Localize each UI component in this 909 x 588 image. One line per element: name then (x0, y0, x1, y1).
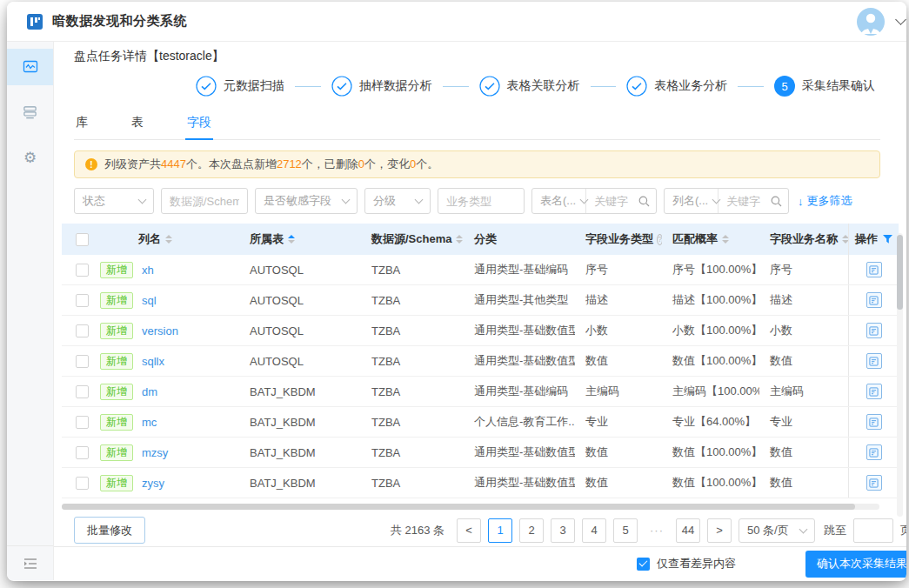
search-icon[interactable] (771, 196, 782, 207)
sensitive-field-select[interactable]: 是否敏感字段 (255, 188, 358, 214)
edit-record-button[interactable] (866, 475, 882, 491)
table-name-field-select[interactable]: 表名(... (532, 189, 586, 213)
collapse-sidebar-button[interactable] (7, 545, 53, 580)
sort-icon[interactable] (722, 235, 729, 244)
column-name-link[interactable]: sqllx (142, 355, 164, 368)
table-row: 新增 version AUTOSQL TZBA 通用类型-基础数值型 小数 小数… (62, 316, 899, 346)
user-area (857, 8, 905, 36)
grade-select[interactable]: 分级 (364, 188, 431, 214)
tab-label: 表 (131, 115, 144, 129)
column-name-link[interactable]: sql (142, 294, 157, 307)
column-name-link[interactable]: dm (142, 385, 157, 398)
column-name-link[interactable]: mzsy (142, 446, 168, 459)
tab-item[interactable]: 表 (130, 110, 145, 139)
datasource-input[interactable] (161, 188, 248, 214)
status-select[interactable]: 状态 (74, 188, 154, 214)
step-connector (738, 86, 764, 87)
sidebar-item-settings[interactable]: ⚙ (7, 139, 53, 176)
page-size-select[interactable]: 50 条/页 (739, 518, 815, 543)
confirm-results-button[interactable]: 确认本次采集结果 (805, 551, 906, 578)
column-header-schema: 数据源/Schema (371, 231, 451, 247)
edit-record-button[interactable] (866, 323, 882, 338)
search-icon[interactable] (638, 196, 650, 207)
owning-table-cell: BATJ_KBDM (239, 385, 361, 398)
category-cell: 通用类型-基础数值型 (464, 444, 575, 460)
row-checkbox[interactable] (76, 416, 89, 429)
page-number-button[interactable]: 4 (582, 518, 606, 543)
tab-item[interactable]: 库 (74, 110, 90, 139)
column-name-field-select[interactable]: 列名(... (665, 189, 719, 213)
horizontal-scrollbar[interactable] (62, 504, 879, 510)
row-checkbox[interactable] (76, 294, 89, 307)
page-title: 盘点任务详情【testoracle】 (74, 49, 880, 64)
column-name-link[interactable]: version (142, 324, 178, 337)
row-checkbox[interactable] (76, 264, 89, 277)
batch-edit-button[interactable]: 批量修改 (74, 517, 145, 544)
column-name-link[interactable]: mc (142, 416, 157, 429)
row-checkbox[interactable] (76, 477, 89, 490)
sidebar-item-assets[interactable] (7, 94, 53, 130)
table-row: 新增 dm BATJ_KBDM TZBA 通用类型-基础编码 主编码 主编码【1… (62, 377, 899, 407)
row-checkbox[interactable] (76, 446, 89, 459)
column-name-link[interactable]: xh (142, 264, 154, 277)
sort-icon[interactable] (842, 235, 848, 244)
discovery-scan-icon (23, 59, 38, 75)
sort-icon[interactable] (165, 235, 172, 244)
chevron-down-icon[interactable] (895, 14, 906, 25)
owning-table-cell: BATJ_KBDM (239, 477, 361, 490)
chevron-down-icon (138, 196, 147, 204)
checkbox-checked-icon (637, 558, 650, 571)
horizontal-scrollbar-thumb[interactable] (62, 504, 855, 510)
sidebar-item-discovery[interactable] (7, 49, 53, 85)
page-number-button[interactable]: 3 (551, 518, 575, 543)
vertical-scrollbar[interactable] (897, 233, 903, 517)
page-number-button[interactable]: 1 (488, 518, 512, 543)
status-badge-new: 新增 (100, 292, 133, 309)
page-number-button[interactable]: 2 (519, 518, 544, 543)
sidebar: ⚙ (7, 42, 54, 580)
column-header-table: 所属表 (250, 231, 284, 247)
page-number-button[interactable]: ··· (645, 518, 669, 543)
filter-funnel-icon[interactable] (883, 235, 892, 244)
row-checkbox[interactable] (76, 385, 89, 398)
select-all-checkbox[interactable] (76, 233, 89, 246)
biz-name-cell: 数值 (759, 444, 848, 460)
page-number-button[interactable]: 5 (613, 518, 638, 543)
prev-page-button[interactable]: < (457, 518, 481, 543)
table-row: 新增 mzsy BATJ_KBDM TZBA 通用类型-基础数值型 数值 数值【… (62, 438, 899, 468)
database-icon (23, 105, 37, 120)
sort-icon[interactable] (456, 235, 463, 244)
biz-type-cell: 数值 (575, 444, 662, 460)
column-name-link[interactable]: zysy (142, 477, 164, 490)
next-page-button[interactable]: > (707, 518, 732, 543)
deleted-count: 0 (358, 157, 364, 170)
edit-record-button[interactable] (866, 384, 882, 399)
edit-record-button[interactable] (866, 444, 882, 460)
status-badge-new: 新增 (100, 384, 133, 400)
table-keyword-input[interactable] (586, 195, 638, 208)
column-keyword-input[interactable] (719, 195, 771, 208)
edit-record-button[interactable] (866, 414, 882, 430)
sort-icon-active-asc[interactable] (288, 235, 295, 244)
biz-name-cell: 专业 (759, 414, 848, 430)
edit-record-button[interactable] (866, 292, 882, 308)
tab-item[interactable]: 字段 (185, 110, 213, 140)
edit-record-button[interactable] (866, 353, 882, 369)
edit-record-button[interactable] (866, 262, 882, 277)
row-checkbox[interactable] (76, 355, 89, 368)
diff-only-checkbox[interactable]: 仅查看差异内容 (637, 556, 736, 571)
jump-page-input[interactable] (853, 518, 893, 543)
alert-text: 列级资产共4447个。本次盘点新增2712个，已删除0个，变化0个。 (104, 157, 438, 172)
business-type-input[interactable] (438, 188, 525, 214)
step-label: 抽样数据分析 (359, 78, 432, 94)
more-filters-link[interactable]: ↓ 更多筛选 (798, 193, 852, 209)
app-title: 暗数据发现和分类系统 (52, 13, 187, 30)
row-checkbox[interactable] (76, 324, 89, 337)
table-header-row: 列名 所属表 数据源/Schema 分类 (62, 224, 899, 255)
vertical-scrollbar-thumb[interactable] (897, 235, 903, 310)
category-cell: 通用类型-基础编码 (464, 262, 575, 277)
page-number-button[interactable]: 44 (676, 518, 700, 543)
owning-table-cell: AUTOSQL (239, 294, 361, 307)
user-avatar[interactable] (857, 8, 885, 36)
tab-label: 库 (76, 115, 88, 129)
